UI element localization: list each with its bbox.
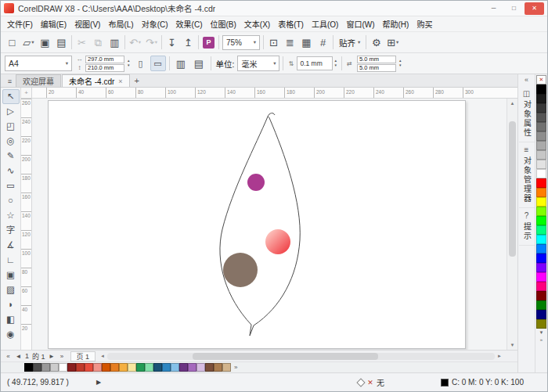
document-palette-swatch[interactable]: [119, 363, 128, 372]
docker-collapse-icon[interactable]: «: [525, 76, 528, 86]
document-tab[interactable]: 未命名 -4.cdr×: [62, 74, 130, 87]
menu-item[interactable]: 窗口(W): [342, 16, 378, 31]
palette-color-swatch[interactable]: [536, 310, 546, 319]
portrait-button[interactable]: ▯: [133, 56, 149, 71]
palette-color-swatch[interactable]: [536, 216, 546, 225]
landscape-button[interactable]: ▭: [150, 56, 166, 71]
palette-color-swatch[interactable]: [536, 300, 546, 310]
interactive-fill-tool[interactable]: ◧: [2, 312, 20, 327]
all-pages-button[interactable]: ▥: [173, 55, 189, 72]
document-palette-swatch[interactable]: [222, 363, 231, 372]
palette-color-swatch[interactable]: [536, 141, 546, 150]
current-page-button[interactable]: ▤: [191, 55, 207, 72]
horizontal-scrollbar[interactable]: ◄ ►: [98, 352, 504, 361]
palette-color-swatch[interactable]: [536, 103, 546, 113]
new-tab-button[interactable]: +: [131, 74, 143, 87]
connector-tool[interactable]: ∟: [2, 253, 20, 268]
palette-color-swatch[interactable]: [536, 235, 546, 244]
document-palette-swatch[interactable]: [41, 363, 50, 372]
text-tool[interactable]: 字: [2, 223, 20, 238]
document-palette-swatch[interactable]: [24, 363, 33, 372]
palette-color-swatch[interactable]: [536, 178, 546, 188]
artistic-media-tool[interactable]: ∿: [2, 164, 20, 178]
horizontal-ruler[interactable]: 2040608010012014016018020022024026028030…: [32, 88, 517, 99]
document-palette-swatch[interactable]: [50, 363, 59, 372]
no-color-swatch[interactable]: ✕: [536, 75, 546, 85]
scroll-right-icon[interactable]: ►: [495, 354, 504, 358]
document-palette-swatch[interactable]: [67, 363, 76, 372]
units-combo[interactable]: 毫米 ▾: [237, 56, 279, 71]
document-palette-swatch[interactable]: [102, 363, 110, 372]
prev-page-button[interactable]: ◄: [13, 353, 23, 360]
menu-item[interactable]: 文本(X): [240, 16, 274, 31]
dimension-spinner[interactable]: ▴▾: [128, 59, 130, 68]
menu-item[interactable]: 帮助(H): [379, 16, 413, 31]
ruler-origin[interactable]: +: [21, 88, 32, 99]
canvas-viewport[interactable]: [32, 99, 507, 350]
print-button[interactable]: ▤: [53, 34, 70, 51]
palette-scroll-down-icon[interactable]: ▼: [539, 329, 544, 336]
palette-color-swatch[interactable]: [536, 272, 546, 282]
document-palette-swatch[interactable]: [205, 363, 214, 372]
document-palette-swatch[interactable]: [214, 363, 222, 372]
new-document-button[interactable]: □: [4, 34, 20, 51]
first-page-button[interactable]: «: [3, 353, 13, 360]
palette-color-swatch[interactable]: [536, 131, 546, 141]
palette-color-swatch[interactable]: [536, 94, 546, 103]
document-palette-swatch[interactable]: [145, 363, 153, 372]
menu-item[interactable]: 效果(C): [172, 16, 207, 31]
outline-pen-tool[interactable]: ◉: [2, 327, 20, 342]
document-palette-swatch[interactable]: [162, 363, 171, 372]
parallel-dimension-tool[interactable]: ∡: [2, 238, 20, 253]
menu-item[interactable]: 布局(L): [104, 16, 137, 31]
palette-color-swatch[interactable]: [536, 207, 546, 216]
vertical-ruler[interactable]: 26024022020018016014012010080604020: [21, 99, 32, 350]
freehand-tool[interactable]: ✎: [2, 149, 20, 164]
document-palette-swatch[interactable]: [196, 363, 205, 372]
menu-item[interactable]: 编辑(E): [37, 16, 70, 31]
export-button[interactable]: ↥: [180, 34, 196, 51]
application-launcher-button[interactable]: ⊞▾: [384, 34, 401, 51]
document-palette-swatch[interactable]: [85, 363, 93, 372]
document-palette-swatch[interactable]: [188, 363, 196, 372]
maximize-button[interactable]: □: [504, 2, 524, 15]
rectangle-tool[interactable]: ▭: [2, 178, 20, 193]
scroll-up-icon[interactable]: ▲: [510, 99, 515, 107]
document-palette-swatch[interactable]: [59, 363, 67, 372]
menu-item[interactable]: 对象(C): [138, 16, 172, 31]
publish-pdf-button[interactable]: P: [200, 34, 217, 51]
menu-item[interactable]: 位图(B): [206, 16, 240, 31]
duplicate-x-input[interactable]: 5.0 mm: [357, 56, 396, 63]
zoom-tool[interactable]: ◎: [2, 134, 20, 149]
docker-tab-object-manager[interactable]: ≡对象管理器: [519, 142, 535, 208]
palette-color-swatch[interactable]: [536, 188, 546, 197]
palette-flyout-icon[interactable]: »: [234, 364, 237, 371]
palette-color-swatch[interactable]: [536, 197, 546, 207]
document-palette-swatch[interactable]: [76, 363, 85, 372]
options-gear-button[interactable]: ⚙: [368, 34, 384, 51]
document-palette-swatch[interactable]: [153, 363, 162, 372]
leaf-outline[interactable]: [220, 117, 300, 336]
purple-circle[interactable]: [247, 174, 265, 191]
color-eyedropper-tool[interactable]: ◗: [2, 297, 20, 312]
document-palette-swatch[interactable]: [110, 363, 119, 372]
duplicate-spinner[interactable]: ▴▾: [399, 59, 402, 68]
document-palette-swatch[interactable]: [179, 363, 188, 372]
shape-tool[interactable]: ▷: [2, 104, 20, 119]
brown-circle[interactable]: [223, 253, 258, 287]
palette-color-swatch[interactable]: [536, 282, 546, 291]
palette-color-swatch[interactable]: [536, 122, 546, 131]
palette-color-swatch[interactable]: [536, 150, 546, 160]
nudge-input[interactable]: 0.1 mm: [297, 56, 333, 70]
docker-tab-object-properties[interactable]: ◫对象属性: [519, 86, 535, 142]
save-button[interactable]: ▣: [37, 34, 53, 51]
copy-button[interactable]: ⧉: [90, 34, 106, 51]
page-size-combo[interactable]: A4 ▾: [5, 56, 72, 71]
vertical-scrollbar[interactable]: ▲ ▼: [507, 99, 517, 350]
menu-item[interactable]: 文件(F): [3, 16, 37, 31]
palette-color-swatch[interactable]: [536, 319, 546, 329]
snap-to-button[interactable]: 贴齐▾: [335, 34, 364, 50]
horizontal-scroll-thumb[interactable]: [193, 353, 379, 360]
close-tab-icon[interactable]: ×: [118, 77, 122, 85]
drop-shadow-tool[interactable]: ▣: [2, 268, 20, 282]
